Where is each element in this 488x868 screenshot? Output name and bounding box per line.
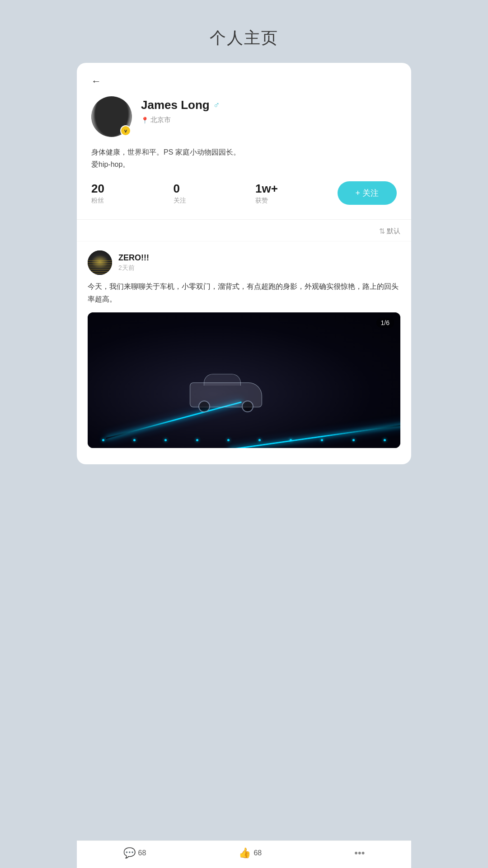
- stats-row: 20 粉丝 0 关注 1w+ 获赞 + 关注: [91, 181, 397, 205]
- profile-text: James Long ♂ 📍 北京市: [141, 96, 397, 124]
- led-strip-right: [229, 423, 400, 448]
- car-wheel-rear: [242, 401, 253, 412]
- profile-card: ← v James Long ♂ 📍 北京市 身体健康，世界和平。P: [77, 63, 411, 220]
- stat-likes: 1w+ 获赞: [255, 182, 338, 205]
- led-dot: [384, 439, 386, 441]
- bio-line1: 身体健康，世界和平。PS 家庭小动物园园长。: [91, 146, 397, 158]
- profile-info: v James Long ♂ 📍 北京市: [91, 96, 397, 137]
- image-counter: 1/6: [376, 318, 394, 328]
- more-tab[interactable]: •••: [354, 847, 365, 859]
- led-dot: [164, 439, 167, 441]
- likes-value: 1w+: [255, 182, 278, 196]
- led-dot: [133, 439, 136, 441]
- comment-icon: 💬: [123, 847, 136, 859]
- back-button[interactable]: ←: [91, 75, 101, 87]
- post-header: ZERO!!! 2天前: [88, 250, 400, 275]
- post-author: ZERO!!!: [118, 253, 400, 263]
- location-text: 北京市: [150, 116, 171, 124]
- feed-card: ⇅ 默认 ZERO!!! 2天前 今天，我们来聊聊关于车机，小零双门，溜背式，有…: [77, 220, 411, 464]
- card-container: ← v James Long ♂ 📍 北京市 身体健康，世界和平。P: [77, 63, 411, 464]
- post-item: ZERO!!! 2天前 今天，我们来聊聊关于车机，小零双门，溜背式，有点超跑的身…: [77, 241, 411, 455]
- led-dot: [196, 439, 198, 441]
- more-icon: •••: [354, 847, 365, 859]
- sort-label: 默认: [387, 227, 400, 236]
- led-dot: [102, 439, 104, 441]
- comment-tab[interactable]: 💬 68: [123, 847, 146, 859]
- led-dot: [258, 439, 261, 441]
- location-pin-icon: 📍: [141, 117, 149, 124]
- car-wheel-front: [198, 401, 210, 412]
- stat-following: 0 关注: [174, 182, 256, 205]
- gender-icon: ♂: [213, 100, 220, 110]
- fans-value: 20: [91, 182, 104, 196]
- username: James Long: [141, 98, 210, 112]
- like-tab[interactable]: 👍 68: [239, 847, 262, 859]
- like-count: 68: [253, 849, 262, 857]
- bio-line2: 爱hip-hop。: [91, 158, 397, 170]
- follow-button[interactable]: + 关注: [338, 181, 397, 205]
- led-dot: [321, 439, 323, 441]
- fans-label: 粉丝: [91, 197, 104, 205]
- avatar-wrap: v: [91, 96, 132, 137]
- bottom-bar: 💬 68 👍 68 •••: [77, 840, 411, 868]
- post-time: 2天前: [118, 264, 400, 272]
- comment-count: 68: [138, 849, 146, 857]
- led-dot: [352, 439, 355, 441]
- page-title: 个人主页: [0, 27, 488, 49]
- like-icon-row: 👍 68: [239, 847, 262, 859]
- led-dots: [88, 439, 400, 441]
- bio: 身体健康，世界和平。PS 家庭小动物园园长。 爱hip-hop。: [91, 146, 397, 170]
- username-row: James Long ♂: [141, 98, 397, 112]
- page-header: 个人主页: [0, 0, 488, 63]
- verified-badge: v: [120, 125, 131, 136]
- led-dot: [227, 439, 230, 441]
- location-row: 📍 北京市: [141, 116, 397, 124]
- likes-label: 获赞: [255, 197, 268, 205]
- led-dot: [290, 439, 292, 441]
- comment-icon-row: 💬 68: [123, 847, 146, 859]
- stat-fans: 20 粉丝: [91, 182, 174, 205]
- post-avatar: [88, 250, 112, 275]
- like-icon: 👍: [239, 847, 251, 859]
- following-label: 关注: [174, 197, 186, 205]
- sort-row[interactable]: ⇅ 默认: [77, 220, 411, 241]
- post-content: 今天，我们来聊聊关于车机，小零双门，溜背式，有点超跑的身影，外观确实很惊艳，路上…: [88, 280, 400, 305]
- car-wireframe: [190, 382, 262, 407]
- post-avatar-image: [88, 250, 112, 275]
- car-scene-illustration: [88, 312, 400, 448]
- car-silhouette: [190, 382, 262, 407]
- following-value: 0: [174, 182, 180, 196]
- post-image[interactable]: 1/6: [88, 312, 400, 448]
- post-meta: ZERO!!! 2天前: [118, 253, 400, 272]
- sort-icon: ⇅: [379, 227, 385, 236]
